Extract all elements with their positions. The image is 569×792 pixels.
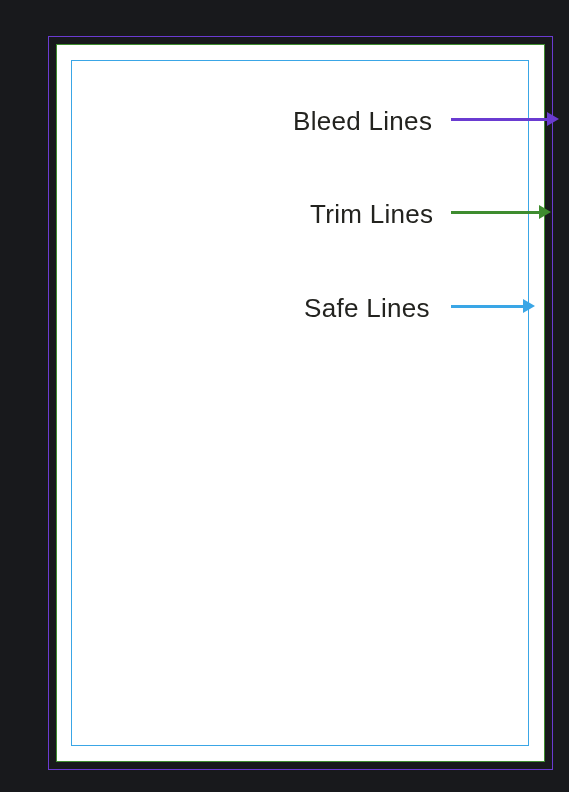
arrow-right-icon (451, 304, 535, 308)
arrow-right-icon (451, 210, 551, 214)
print-guides-diagram: Bleed Lines Trim Lines Safe Lines (0, 0, 569, 792)
safe-line-box (71, 60, 529, 746)
trim-lines-label: Trim Lines (310, 199, 433, 230)
arrow-right-icon (451, 117, 559, 121)
safe-lines-label: Safe Lines (304, 293, 430, 324)
bleed-lines-label: Bleed Lines (293, 106, 432, 137)
